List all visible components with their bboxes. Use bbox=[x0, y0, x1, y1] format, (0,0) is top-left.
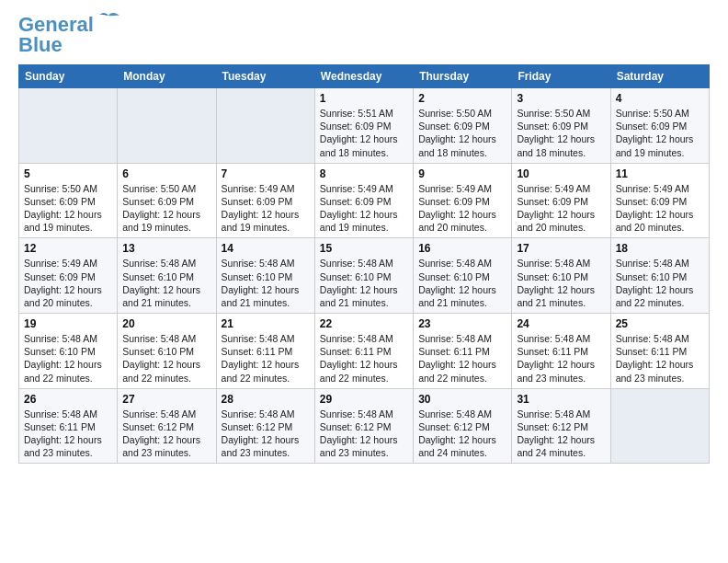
calendar-cell: 10Sunrise: 5:49 AM Sunset: 6:09 PM Dayli… bbox=[512, 163, 610, 238]
day-number: 9 bbox=[418, 167, 506, 180]
logo: General Blue bbox=[18, 15, 121, 57]
day-info: Sunrise: 5:50 AM Sunset: 6:09 PM Dayligh… bbox=[517, 107, 605, 159]
day-info: Sunrise: 5:48 AM Sunset: 6:12 PM Dayligh… bbox=[222, 408, 310, 460]
calendar-week-1: 1Sunrise: 5:51 AM Sunset: 6:09 PM Daylig… bbox=[19, 88, 710, 164]
day-info: Sunrise: 5:49 AM Sunset: 6:09 PM Dayligh… bbox=[616, 182, 704, 235]
day-number: 18 bbox=[616, 242, 704, 255]
day-number: 27 bbox=[122, 393, 210, 406]
day-number: 13 bbox=[122, 242, 210, 255]
calendar-cell: 7Sunrise: 5:49 AM Sunset: 6:09 PM Daylig… bbox=[216, 163, 314, 238]
day-number: 28 bbox=[222, 393, 310, 406]
calendar-cell: 9Sunrise: 5:49 AM Sunset: 6:09 PM Daylig… bbox=[414, 163, 512, 238]
day-number: 3 bbox=[517, 92, 605, 105]
day-number: 8 bbox=[320, 167, 408, 180]
calendar-cell: 8Sunrise: 5:49 AM Sunset: 6:09 PM Daylig… bbox=[314, 163, 413, 238]
day-info: Sunrise: 5:48 AM Sunset: 6:10 PM Dayligh… bbox=[122, 332, 210, 385]
day-info: Sunrise: 5:49 AM Sunset: 6:09 PM Dayligh… bbox=[418, 182, 506, 235]
calendar-cell: 31Sunrise: 5:48 AM Sunset: 6:12 PM Dayli… bbox=[512, 388, 610, 464]
calendar-cell: 23Sunrise: 5:48 AM Sunset: 6:11 PM Dayli… bbox=[414, 314, 512, 389]
calendar-week-4: 19Sunrise: 5:48 AM Sunset: 6:10 PM Dayli… bbox=[19, 314, 710, 389]
calendar-cell: 26Sunrise: 5:48 AM Sunset: 6:11 PM Dayli… bbox=[19, 388, 118, 464]
weekday-header-wednesday: Wednesday bbox=[314, 65, 413, 88]
calendar-cell: 21Sunrise: 5:48 AM Sunset: 6:11 PM Dayli… bbox=[216, 314, 314, 389]
day-number: 2 bbox=[418, 92, 506, 105]
weekday-header-row: SundayMondayTuesdayWednesdayThursdayFrid… bbox=[19, 65, 710, 88]
day-info: Sunrise: 5:50 AM Sunset: 6:09 PM Dayligh… bbox=[24, 182, 112, 235]
weekday-header-monday: Monday bbox=[118, 65, 216, 88]
day-info: Sunrise: 5:50 AM Sunset: 6:09 PM Dayligh… bbox=[122, 182, 210, 235]
calendar-week-3: 12Sunrise: 5:49 AM Sunset: 6:09 PM Dayli… bbox=[19, 238, 710, 314]
day-info: Sunrise: 5:48 AM Sunset: 6:10 PM Dayligh… bbox=[24, 332, 112, 385]
day-info: Sunrise: 5:48 AM Sunset: 6:10 PM Dayligh… bbox=[320, 257, 408, 309]
day-info: Sunrise: 5:48 AM Sunset: 6:11 PM Dayligh… bbox=[24, 408, 112, 460]
day-number: 20 bbox=[122, 317, 210, 330]
day-info: Sunrise: 5:48 AM Sunset: 6:10 PM Dayligh… bbox=[222, 257, 310, 309]
day-number: 26 bbox=[24, 393, 112, 406]
day-number: 6 bbox=[122, 167, 210, 180]
calendar-cell: 13Sunrise: 5:48 AM Sunset: 6:10 PM Dayli… bbox=[118, 238, 216, 314]
day-info: Sunrise: 5:49 AM Sunset: 6:09 PM Dayligh… bbox=[24, 257, 112, 309]
day-number: 19 bbox=[24, 317, 112, 330]
day-info: Sunrise: 5:50 AM Sunset: 6:09 PM Dayligh… bbox=[418, 107, 506, 159]
calendar-cell: 18Sunrise: 5:48 AM Sunset: 6:10 PM Dayli… bbox=[610, 238, 709, 314]
calendar-cell: 3Sunrise: 5:50 AM Sunset: 6:09 PM Daylig… bbox=[512, 88, 610, 164]
calendar-week-5: 26Sunrise: 5:48 AM Sunset: 6:11 PM Dayli… bbox=[19, 388, 710, 464]
day-number: 12 bbox=[24, 242, 112, 255]
day-info: Sunrise: 5:48 AM Sunset: 6:12 PM Dayligh… bbox=[122, 408, 210, 460]
calendar-cell: 4Sunrise: 5:50 AM Sunset: 6:09 PM Daylig… bbox=[610, 88, 709, 164]
day-number: 17 bbox=[517, 242, 605, 255]
calendar-cell: 30Sunrise: 5:48 AM Sunset: 6:12 PM Dayli… bbox=[414, 388, 512, 464]
day-info: Sunrise: 5:48 AM Sunset: 6:11 PM Dayligh… bbox=[320, 332, 408, 385]
header: General Blue bbox=[18, 15, 710, 57]
page-container: General Blue SundayMondayTuesdayWednesda… bbox=[18, 15, 710, 464]
calendar-cell: 20Sunrise: 5:48 AM Sunset: 6:10 PM Dayli… bbox=[118, 314, 216, 389]
calendar-cell: 2Sunrise: 5:50 AM Sunset: 6:09 PM Daylig… bbox=[414, 88, 512, 164]
calendar-cell: 24Sunrise: 5:48 AM Sunset: 6:11 PM Dayli… bbox=[512, 314, 610, 389]
day-info: Sunrise: 5:49 AM Sunset: 6:09 PM Dayligh… bbox=[222, 182, 310, 235]
day-number: 4 bbox=[616, 92, 704, 105]
logo-blue: Blue bbox=[18, 33, 63, 57]
day-info: Sunrise: 5:48 AM Sunset: 6:10 PM Dayligh… bbox=[616, 257, 704, 309]
weekday-header-thursday: Thursday bbox=[414, 65, 512, 88]
day-info: Sunrise: 5:50 AM Sunset: 6:09 PM Dayligh… bbox=[616, 107, 704, 159]
day-info: Sunrise: 5:51 AM Sunset: 6:09 PM Dayligh… bbox=[320, 107, 408, 159]
day-info: Sunrise: 5:48 AM Sunset: 6:11 PM Dayligh… bbox=[222, 332, 310, 385]
day-info: Sunrise: 5:48 AM Sunset: 6:10 PM Dayligh… bbox=[517, 257, 605, 309]
day-number: 14 bbox=[222, 242, 310, 255]
calendar-cell: 11Sunrise: 5:49 AM Sunset: 6:09 PM Dayli… bbox=[610, 163, 709, 238]
calendar-cell: 6Sunrise: 5:50 AM Sunset: 6:09 PM Daylig… bbox=[118, 163, 216, 238]
day-number: 29 bbox=[320, 393, 408, 406]
weekday-header-friday: Friday bbox=[512, 65, 610, 88]
calendar-cell: 5Sunrise: 5:50 AM Sunset: 6:09 PM Daylig… bbox=[19, 163, 118, 238]
day-number: 31 bbox=[517, 393, 605, 406]
logo-bird-icon bbox=[96, 12, 121, 30]
calendar-week-2: 5Sunrise: 5:50 AM Sunset: 6:09 PM Daylig… bbox=[19, 163, 710, 238]
calendar-cell bbox=[610, 388, 709, 464]
day-number: 22 bbox=[320, 317, 408, 330]
calendar-cell: 15Sunrise: 5:48 AM Sunset: 6:10 PM Dayli… bbox=[314, 238, 413, 314]
day-number: 21 bbox=[222, 317, 310, 330]
day-number: 25 bbox=[616, 317, 704, 330]
day-number: 7 bbox=[222, 167, 310, 180]
calendar-cell: 1Sunrise: 5:51 AM Sunset: 6:09 PM Daylig… bbox=[314, 88, 413, 164]
day-number: 30 bbox=[418, 393, 506, 406]
calendar-cell: 19Sunrise: 5:48 AM Sunset: 6:10 PM Dayli… bbox=[19, 314, 118, 389]
calendar-cell: 14Sunrise: 5:48 AM Sunset: 6:10 PM Dayli… bbox=[216, 238, 314, 314]
calendar-cell: 17Sunrise: 5:48 AM Sunset: 6:10 PM Dayli… bbox=[512, 238, 610, 314]
day-number: 11 bbox=[616, 167, 704, 180]
day-info: Sunrise: 5:48 AM Sunset: 6:12 PM Dayligh… bbox=[320, 408, 408, 460]
day-info: Sunrise: 5:49 AM Sunset: 6:09 PM Dayligh… bbox=[320, 182, 408, 235]
day-info: Sunrise: 5:48 AM Sunset: 6:11 PM Dayligh… bbox=[418, 332, 506, 385]
calendar-cell: 22Sunrise: 5:48 AM Sunset: 6:11 PM Dayli… bbox=[314, 314, 413, 389]
day-info: Sunrise: 5:48 AM Sunset: 6:10 PM Dayligh… bbox=[418, 257, 506, 309]
day-number: 15 bbox=[320, 242, 408, 255]
day-number: 10 bbox=[517, 167, 605, 180]
weekday-header-saturday: Saturday bbox=[610, 65, 709, 88]
day-number: 16 bbox=[418, 242, 506, 255]
day-info: Sunrise: 5:48 AM Sunset: 6:11 PM Dayligh… bbox=[616, 332, 704, 385]
logo-text: General bbox=[18, 15, 94, 35]
day-number: 5 bbox=[24, 167, 112, 180]
day-info: Sunrise: 5:48 AM Sunset: 6:11 PM Dayligh… bbox=[517, 332, 605, 385]
calendar-cell: 25Sunrise: 5:48 AM Sunset: 6:11 PM Dayli… bbox=[610, 314, 709, 389]
calendar-cell bbox=[216, 88, 314, 164]
